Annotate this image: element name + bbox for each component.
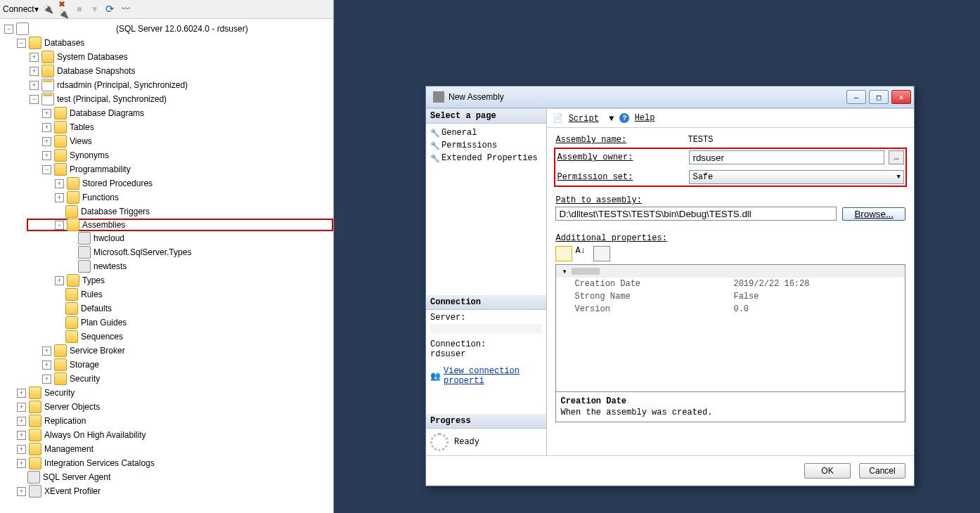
db-snapshots-node[interactable]: Database Snapshots bbox=[0, 64, 333, 78]
expand-icon[interactable] bbox=[55, 179, 64, 188]
replication-node[interactable]: Replication bbox=[0, 414, 333, 428]
progress-header: Progress bbox=[426, 414, 546, 429]
sequences-node[interactable]: Sequences bbox=[0, 330, 333, 344]
asm-newtests-node[interactable]: newtests bbox=[0, 259, 333, 273]
system-databases-node[interactable]: System Databases bbox=[0, 50, 333, 64]
prop-alpha-button[interactable]: A↓ bbox=[575, 246, 591, 260]
object-explorer-tree[interactable]: (SQL Server 12.0.6024.0 - rdsuser) Datab… bbox=[0, 19, 333, 513]
property-grid[interactable]: ▾ Creation Date2019/2/22 16:28 Strong Na… bbox=[555, 264, 905, 392]
types-node[interactable]: Types bbox=[0, 273, 333, 287]
xevent-node[interactable]: XEvent Profiler bbox=[0, 484, 333, 498]
databases-node[interactable]: Databases bbox=[0, 36, 333, 50]
always-on-node[interactable]: Always On High Availability bbox=[0, 428, 333, 442]
expand-icon[interactable] bbox=[42, 375, 51, 384]
prop-creation-date[interactable]: Creation Date2019/2/22 16:28 bbox=[556, 278, 905, 290]
minimize-button[interactable]: — bbox=[846, 90, 866, 104]
security-node[interactable]: Security bbox=[0, 386, 333, 400]
maximize-button[interactable]: □ bbox=[869, 90, 889, 104]
expand-icon[interactable] bbox=[30, 67, 39, 76]
views-node[interactable]: Views bbox=[0, 134, 333, 148]
expand-icon[interactable] bbox=[17, 487, 26, 496]
prop-pages-button[interactable] bbox=[593, 246, 610, 261]
assembly-owner-input[interactable] bbox=[689, 150, 884, 164]
expand-icon[interactable] bbox=[42, 123, 51, 132]
defaults-node[interactable]: Defaults bbox=[0, 301, 333, 316]
refresh-icon[interactable]: ⟳ bbox=[105, 4, 116, 15]
help-button[interactable]: ? Help bbox=[619, 113, 655, 124]
stored-procs-node[interactable]: Stored Procedures bbox=[0, 176, 333, 190]
folder-icon bbox=[29, 443, 41, 455]
view-connection-link[interactable]: 👥View connection properti bbox=[430, 366, 542, 386]
expand-icon[interactable] bbox=[17, 417, 26, 426]
folder-icon bbox=[54, 163, 67, 176]
asm-mssst-node[interactable]: Microsoft.SqlServer.Types bbox=[0, 245, 333, 259]
synonyms-node[interactable]: Synonyms bbox=[0, 148, 333, 162]
content-pane: New Assembly — □ ✕ Select a page General… bbox=[334, 0, 980, 513]
folder-icon bbox=[67, 274, 79, 287]
server-objects-node[interactable]: Server Objects bbox=[0, 400, 333, 414]
expand-icon[interactable] bbox=[42, 361, 51, 370]
connect-icon[interactable]: 🔌 bbox=[43, 4, 54, 15]
expand-icon[interactable] bbox=[42, 109, 51, 118]
script-button[interactable]: 📄 Script ▼ bbox=[553, 113, 614, 124]
collapse-icon[interactable] bbox=[42, 165, 51, 174]
people-icon: 👥 bbox=[430, 371, 441, 382]
functions-node[interactable]: Functions bbox=[0, 190, 333, 204]
tables-node[interactable]: Tables bbox=[0, 120, 333, 134]
plan-guides-node[interactable]: Plan Guides bbox=[0, 316, 333, 330]
select-page-header: Select a page bbox=[426, 109, 546, 124]
storage-node[interactable]: Storage bbox=[0, 358, 333, 372]
asm-hwcloud-node[interactable]: hwcloud bbox=[0, 231, 333, 245]
prop-version[interactable]: Version0.0 bbox=[556, 303, 905, 316]
db-diagrams-node[interactable]: Database Diagrams bbox=[0, 106, 333, 120]
disconnect-icon[interactable]: ✖🔌 bbox=[58, 4, 70, 15]
management-node[interactable]: Management bbox=[0, 442, 333, 456]
expand-icon[interactable] bbox=[17, 389, 26, 398]
folder-icon bbox=[54, 149, 67, 162]
connect-label[interactable]: Connect▾ bbox=[3, 4, 39, 14]
test-db-node[interactable]: test (Principal, Synchronized) bbox=[0, 92, 333, 106]
isc-node[interactable]: Integration Services Catalogs bbox=[0, 456, 333, 470]
collapse-icon[interactable] bbox=[4, 25, 13, 34]
expand-icon[interactable] bbox=[30, 53, 39, 62]
assembly-icon bbox=[78, 246, 91, 259]
expand-icon[interactable] bbox=[17, 431, 26, 440]
expand-icon[interactable] bbox=[55, 276, 64, 285]
expand-icon[interactable] bbox=[42, 346, 51, 356]
ok-button[interactable]: OK bbox=[804, 463, 851, 479]
permission-set-combo[interactable]: Safe▼ bbox=[689, 170, 904, 184]
activity-icon[interactable]: 〰 bbox=[120, 4, 131, 15]
page-extended[interactable]: Extended Properties bbox=[430, 152, 542, 164]
collapse-icon[interactable] bbox=[30, 95, 39, 104]
rdsadmin-node[interactable]: rdsadmin (Principal, Synchronized) bbox=[0, 78, 333, 92]
page-general[interactable]: General bbox=[430, 126, 542, 139]
path-input[interactable] bbox=[555, 207, 837, 221]
connection-value: rdsuser bbox=[430, 349, 542, 359]
close-button[interactable]: ✕ bbox=[891, 90, 911, 104]
page-permissions[interactable]: Permissions bbox=[430, 139, 542, 152]
browse-button[interactable]: Browse... bbox=[842, 207, 905, 221]
database-icon bbox=[41, 79, 54, 91]
expand-icon[interactable] bbox=[42, 151, 51, 160]
expand-icon[interactable] bbox=[42, 137, 51, 146]
prop-categorized-button[interactable] bbox=[555, 246, 572, 261]
expand-icon[interactable] bbox=[17, 459, 26, 468]
service-broker-node[interactable]: Service Broker bbox=[0, 344, 333, 358]
db-security-node[interactable]: Security bbox=[0, 372, 333, 386]
expand-icon[interactable] bbox=[17, 403, 26, 412]
server-node[interactable]: (SQL Server 12.0.6024.0 - rdsuser) bbox=[0, 22, 333, 36]
dialog-titlebar[interactable]: New Assembly — □ ✕ bbox=[426, 86, 914, 108]
owner-browse-button[interactable]: … bbox=[889, 150, 904, 164]
assemblies-node[interactable]: Assemblies bbox=[27, 219, 333, 231]
rules-node[interactable]: Rules bbox=[0, 287, 333, 301]
expand-icon[interactable] bbox=[55, 193, 64, 202]
sql-agent-node[interactable]: SQL Server Agent bbox=[0, 470, 333, 484]
collapse-icon[interactable] bbox=[55, 221, 64, 230]
collapse-icon[interactable] bbox=[17, 39, 26, 48]
programmability-node[interactable]: Programmability bbox=[0, 162, 333, 176]
expand-icon[interactable] bbox=[17, 445, 26, 454]
prop-strong-name[interactable]: Strong NameFalse bbox=[556, 290, 905, 303]
expand-icon[interactable] bbox=[30, 81, 39, 90]
db-triggers-node[interactable]: Database Triggers bbox=[0, 204, 333, 219]
cancel-button[interactable]: Cancel bbox=[859, 463, 905, 479]
